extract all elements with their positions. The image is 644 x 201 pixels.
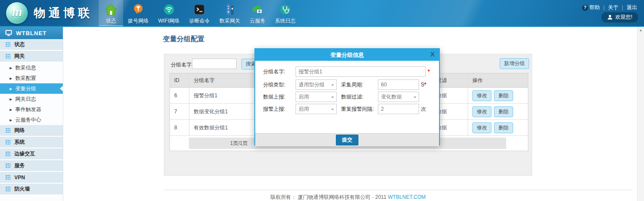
collect-period-suffix: S* [421,79,426,90]
welcome-text: 欢迎您! [615,13,632,21]
delete-button[interactable]: 删除 [494,106,513,117]
sidebar-item-gateway[interactable]: 网关 [0,51,63,63]
edit-button[interactable]: 修改 [472,122,491,133]
modal-body: 分组名字: * 分组类型: 通用型分组 ⌄ 采集周期: S* 数据上报: 启用 … [255,61,439,133]
sidebar-item-variable-group[interactable]: ▶变量分组 [0,83,63,94]
grid-icon [5,139,11,145]
top-utility-links: ?帮助 关于 退出 [582,4,637,11]
sidebar-header: WTBLNET [0,27,63,39]
sidebar-item-data-config[interactable]: ▶数采配置 [0,73,63,83]
chevron-down-icon: ⌄ [331,81,335,87]
group-name-label: 分组名字: [263,66,285,77]
footer-divider [164,190,632,190]
data-report-select[interactable]: 启用 ⌄ [296,92,337,102]
sidebar-item-system[interactable]: 系统 [0,137,63,148]
cell-actions: 修改 删除 [468,104,528,119]
data-filter-select[interactable]: 变化数据 ⌄ [378,92,419,102]
cell-id: 8 [170,120,189,135]
terminal-icon [193,3,206,16]
submit-button[interactable]: 提交 [336,135,358,145]
nav-item-wifi-network[interactable]: WIFI网络 [153,0,184,27]
triangle-icon: ▶ [10,118,12,122]
sidebar-item-network[interactable]: 网络 [0,125,63,137]
sidebar-item-data-info[interactable]: ▶数采信息 [0,63,63,73]
collect-period-input[interactable] [378,79,419,90]
cell-id: 7 [170,104,189,119]
sidebar-item-gateway-log[interactable]: ▶网关日志 [0,94,63,104]
dial-network-icon [132,3,145,16]
wtblnet-link[interactable]: WTBLNET.COM [388,194,426,200]
grid-icon [5,175,11,180]
nav-item-diagnostic-command[interactable]: 诊断命令 [184,0,215,27]
chevron-down-icon: ⌄ [413,93,417,99]
data-report-label: 数据上报: [263,92,285,102]
cell-actions: 修改 删除 [468,88,528,103]
sidebar-item-event-trigger[interactable]: ▶事件触发器 [0,104,63,115]
grid-icon [5,128,11,133]
monitor-icon [5,30,12,36]
app-root: m 物通博联 状态 拨号网络 WIFI网络 诊断命令 数采网关 [0,0,644,201]
user-icon [607,14,613,20]
home-icon [104,3,117,16]
group-type-label: 分组类型: [263,79,285,90]
sidebar-item-cloud-center[interactable]: ▶云服务中心 [0,115,63,125]
grid-icon [5,163,11,168]
triangle-icon: ▶ [10,108,12,111]
required-asterisk: * [428,66,430,77]
cell-actions: 修改 删除 [468,120,528,135]
help-icon: ? [582,5,588,11]
grid-icon [5,151,11,157]
nav-item-status[interactable]: 状态 [99,0,123,27]
chevron-down-icon: ⌄ [331,105,335,111]
add-group-button[interactable]: 新增分组 [500,58,529,69]
cloud-service-icon [251,3,264,16]
col-header-id: ID [170,73,189,87]
sidebar-item-status[interactable]: 状态 [0,39,63,51]
alarm-report-label: 报警上报: [263,104,285,114]
group-name-input[interactable] [296,66,426,77]
alarm-interval-suffix: 次 [421,104,426,114]
footer-copyright: 版权所有： 厦门物通博联网络科技有限公司 · 2011 WTBLNET.COM [164,194,532,201]
group-name-search-input[interactable] [192,59,237,69]
delete-button[interactable]: 删除 [494,122,513,133]
chevron-down-icon: ⌄ [331,93,335,99]
col-header-actions: 操作 [468,73,528,87]
wifi-icon [163,3,176,16]
group-type-select[interactable]: 通用型分组 ⌄ [296,79,337,90]
scroll-up-icon[interactable]: ▲ [637,27,644,32]
modal-footer: 提交 [255,133,439,146]
pagination-status: 1页/1页 [230,140,248,147]
collect-period-label: 采集周期: [341,79,363,90]
top-header: m 物通博联 状态 拨号网络 WIFI网络 诊断命令 数采网关 [0,0,644,27]
edit-button[interactable]: 修改 [472,106,491,117]
divider [622,5,623,10]
triangle-icon: ▶ [10,66,12,69]
alarm-interval-input[interactable] [378,104,419,114]
sidebar-item-service[interactable]: 服务 [0,160,63,172]
nav-item-data-gateway[interactable]: 数采网关 [215,0,245,27]
nav-item-system-log[interactable]: 系统日志 [270,0,300,27]
welcome-badge[interactable]: 欢迎您! [602,12,638,22]
help-link[interactable]: ?帮助 [582,4,600,11]
modal-titlebar: 变量分组信息 X [255,49,439,61]
edit-button[interactable]: 修改 [472,90,491,101]
nav-item-dial-network[interactable]: 拨号网络 [123,0,153,27]
about-link[interactable]: 关于 [608,4,618,11]
brand-name: 物通博联 [34,5,93,21]
alarm-interval-label: 重复报警间隔: [341,104,374,114]
data-filter-label: 数据过滤: [341,92,363,102]
scrollbar[interactable]: ▲ [637,27,644,201]
sidebar: WTBLNET 状态 网关 ▶数采信息 ▶数采配置 ▶变量分组 ▶网关日志 ▶事… [0,27,63,201]
brand-logo: m 物通博联 [6,2,93,24]
cell-id: 6 [170,88,189,103]
modal-title: 变量分组信息 [330,51,364,59]
alarm-report-select[interactable]: 启用 ⌄ [296,104,337,114]
sidebar-title: WTBLNET [16,30,47,36]
delete-button[interactable]: 删除 [494,90,513,101]
nav-item-cloud-service[interactable]: 云服务 [245,0,270,27]
logout-link[interactable]: 退出 [627,4,637,11]
close-icon[interactable]: X [430,50,435,58]
sidebar-item-edge-interaction[interactable]: 边缘交互 [0,148,63,160]
sidebar-item-firewall[interactable]: 防火墙 [0,184,63,195]
sidebar-item-vpn[interactable]: VPN [0,172,63,184]
